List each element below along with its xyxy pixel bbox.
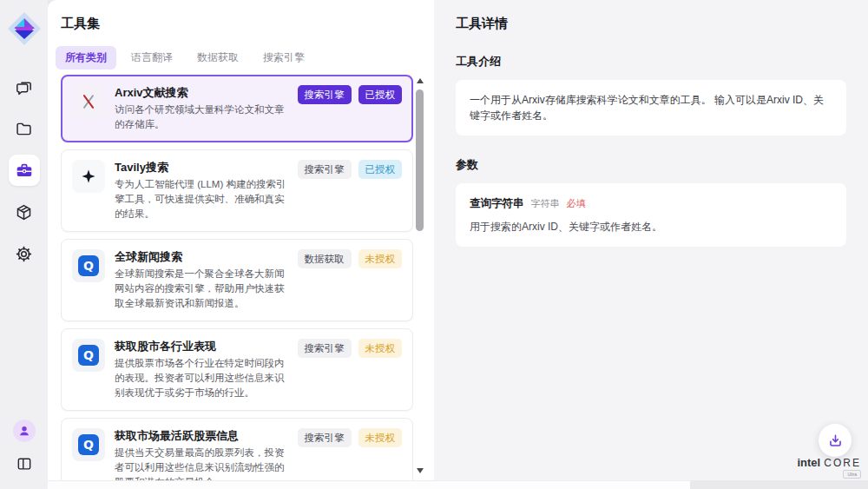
user-avatar[interactable] <box>13 420 36 442</box>
category-tabs: 所有类别 语言翻译 数据获取 搜索引擎 <box>56 46 434 69</box>
tab-search-engine[interactable]: 搜索引擎 <box>253 46 314 69</box>
auth-status-badge: 未授权 <box>358 339 403 358</box>
tavily-icon <box>72 160 105 193</box>
param-description: 用于搜索的Arxiv ID、关键字或作者姓名。 <box>470 219 832 235</box>
category-badge: 搜索引擎 <box>298 428 352 447</box>
folder-icon <box>15 120 33 138</box>
panel-toggle[interactable] <box>11 451 37 477</box>
core-brand-text: CORE <box>824 457 861 469</box>
nav-packages[interactable] <box>9 196 40 228</box>
app-logo <box>6 10 43 47</box>
tab-data-fetch[interactable]: 数据获取 <box>187 46 248 69</box>
rail-bottom <box>0 420 48 477</box>
tool-card-arxiv[interactable]: Arxiv文献搜索 访问各个研究领域大量科学论文和文章的存储库。 搜索引擎 已授… <box>61 75 413 142</box>
intel-brand-text: intel <box>797 456 820 469</box>
param-type: 字符串 <box>531 195 560 211</box>
tool-description: 提供股票市场各个行业在特定时间段内的表现。投资者可以利用这些信息来识别表现优于或… <box>115 356 288 400</box>
nav-chat[interactable] <box>9 71 40 102</box>
category-badge: 搜索引擎 <box>298 85 352 104</box>
nav-tools[interactable] <box>9 155 40 186</box>
scroll-down-arrow-icon[interactable] <box>417 468 424 473</box>
intro-heading: 工具介绍 <box>456 54 846 69</box>
params-heading: 参数 <box>456 157 846 173</box>
tab-all-categories[interactable]: 所有类别 <box>56 46 116 69</box>
juhe-icon: Q <box>72 339 105 372</box>
tool-description: 全球新闻搜索是一个聚合全球各大新闻网站内容的搜索引擎，帮助用户快速获取全球最新资… <box>115 267 288 311</box>
download-icon <box>827 433 844 449</box>
tool-description: 专为人工智能代理 (LLM) 构建的搜索引擎工具，可快速提供实时、准确和真实的结… <box>115 177 288 221</box>
list-scrollbar[interactable] <box>415 75 425 477</box>
nav-settings[interactable] <box>9 238 40 269</box>
tool-description: 提供当天交易量最高的股票列表，投资者可以利用这些信息来识别流动性强的股票和潜在的… <box>115 446 288 480</box>
tool-name: 获取市场最活跃股票信息 <box>115 428 288 444</box>
settings-icon <box>15 245 33 263</box>
tools-panel-title: 工具集 <box>48 0 434 32</box>
param-name: 查询字符串 <box>470 195 524 211</box>
download-button[interactable] <box>819 424 852 457</box>
tool-card-stock-sectors[interactable]: Q 获取股市各行业表现 提供股票市场各个行业在特定时间段内的表现。投资者可以利用… <box>61 328 413 411</box>
scroll-up-arrow-icon[interactable] <box>417 78 424 83</box>
category-badge: 搜索引擎 <box>298 160 352 179</box>
user-avatar-icon <box>17 424 31 438</box>
tool-name: Arxiv文献搜索 <box>115 85 288 101</box>
panel-toggle-icon <box>16 455 33 472</box>
juhe-icon: Q <box>72 249 105 282</box>
tool-name: Tavily搜索 <box>115 160 288 175</box>
auth-status-badge: 未授权 <box>358 249 403 268</box>
tool-card-tavily[interactable]: Tavily搜索 专为人工智能代理 (LLM) 构建的搜索引擎工具，可快速提供实… <box>61 149 413 232</box>
detail-title: 工具详情 <box>456 16 846 32</box>
scrollbar-thumb[interactable] <box>416 89 424 231</box>
tool-card-list: Arxiv文献搜索 访问各个研究领域大量科学论文和文章的存储库。 搜索引擎 已授… <box>61 75 413 480</box>
intro-box: 一个用于从Arxiv存储库搜索科学论文和文章的工具。 输入可以是Arxiv ID… <box>456 80 846 135</box>
tool-name: 全球新闻搜索 <box>115 249 288 265</box>
package-icon <box>15 203 33 221</box>
ultra-badge: Ultra <box>843 470 861 479</box>
toolbox-icon <box>15 161 34 180</box>
tool-card-active-stocks[interactable]: Q 获取市场最活跃股票信息 提供当天交易量最高的股票列表，投资者可以利用这些信息… <box>61 418 413 480</box>
auth-status-badge: 未授权 <box>358 428 403 447</box>
param-required-flag: 必填 <box>567 195 586 211</box>
tab-language-translation[interactable]: 语言翻译 <box>122 46 182 69</box>
param-card: 查询字符串 字符串 必填 用于搜索的Arxiv ID、关键字或作者姓名。 <box>456 183 846 247</box>
intel-core-logo: intel CORE Ultra <box>797 456 861 479</box>
tool-description: 访问各个研究领域大量科学论文和文章的存储库。 <box>115 102 288 132</box>
intro-text: 一个用于从Arxiv存储库搜索科学论文和文章的工具。 输入可以是Arxiv ID… <box>470 94 824 122</box>
chat-icon <box>15 78 33 96</box>
auth-status-badge: 已授权 <box>358 160 403 179</box>
tools-panel: 工具集 所有类别 语言翻译 数据获取 搜索引擎 Arxiv文献搜索 访问各个研究… <box>48 0 434 480</box>
bottom-strip <box>48 480 690 489</box>
arxiv-icon <box>72 85 105 118</box>
nav-files[interactable] <box>9 113 40 144</box>
left-rail <box>0 0 48 489</box>
category-badge: 数据获取 <box>298 249 352 268</box>
juhe-icon: Q <box>72 428 105 461</box>
auth-status-badge: 已授权 <box>358 85 403 104</box>
rail-nav <box>0 71 48 269</box>
tool-name: 获取股市各行业表现 <box>115 339 288 354</box>
tool-detail-panel: 工具详情 工具介绍 一个用于从Arxiv存储库搜索科学论文和文章的工具。 输入可… <box>434 0 868 480</box>
tool-card-global-news[interactable]: Q 全球新闻搜索 全球新闻搜索是一个聚合全球各大新闻网站内容的搜索引擎，帮助用户… <box>61 239 413 321</box>
category-badge: 搜索引擎 <box>298 339 352 358</box>
